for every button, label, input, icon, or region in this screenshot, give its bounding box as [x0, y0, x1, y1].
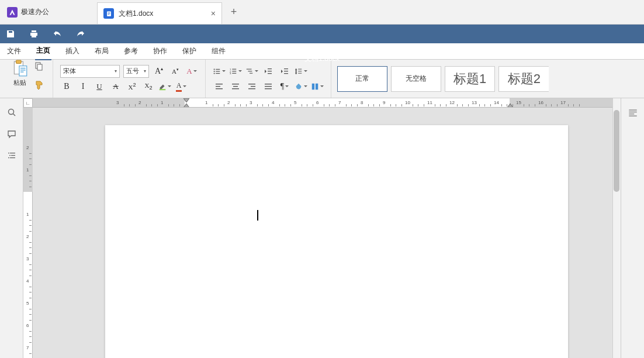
format-painter-button[interactable] [33, 78, 46, 91]
svg-rect-34 [298, 68, 302, 69]
svg-rect-45 [248, 88, 255, 89]
undo-button[interactable] [53, 29, 62, 39]
svg-rect-47 [265, 86, 272, 87]
horizontal-ruler[interactable]: 3211234567891011121314151617 [33, 98, 621, 108]
menu-protect[interactable]: 保护 [181, 43, 198, 60]
svg-rect-56 [11, 155, 15, 156]
svg-rect-26 [248, 71, 252, 71]
subscript-button[interactable]: X2 [142, 80, 155, 93]
vertical-scrollbar[interactable] [612, 98, 621, 358]
svg-rect-48 [265, 88, 272, 89]
tab-title: 文档1.docx [119, 9, 153, 19]
svg-rect-1 [108, 12, 110, 13]
increase-indent-button[interactable] [278, 65, 291, 78]
highlight-color-button[interactable] [158, 80, 171, 93]
line-spacing-button[interactable] [295, 65, 307, 78]
style-normal[interactable]: 正常 [337, 66, 387, 92]
menu-layout[interactable]: 布局 [94, 43, 110, 60]
document-tab[interactable]: 文档1.docx × [97, 2, 222, 24]
search-icon[interactable] [7, 108, 16, 119]
svg-rect-27 [250, 73, 252, 73]
font-name-select[interactable]: 宋体▾ [60, 65, 120, 78]
document-canvas[interactable]: ∟ 3211234567891011121314151617 211234567… [23, 98, 621, 358]
decrease-size-button[interactable]: A▾ [169, 65, 182, 78]
work-area: ∟ 3211234567891011121314151617 211234567… [0, 98, 644, 358]
page[interactable] [105, 125, 568, 358]
svg-rect-39 [216, 88, 223, 89]
tab-stop-corner[interactable]: ∟ [23, 98, 33, 108]
underline-button[interactable]: U [93, 80, 106, 93]
menu-home[interactable]: 主页 [35, 42, 51, 60]
align-center-button[interactable] [229, 80, 242, 93]
font-group: 宋体▾ 五号▾ A▴ A▾ A B I U A X2 X2 A [53, 60, 206, 98]
app-name: 极速办公 [21, 7, 49, 17]
svg-rect-58 [10, 157, 15, 158]
svg-rect-62 [629, 116, 637, 116]
style-nospacing[interactable]: 无空格 [391, 66, 441, 92]
menu-collab[interactable]: 协作 [152, 43, 168, 60]
svg-rect-2 [108, 13, 110, 13]
svg-rect-7 [20, 68, 26, 68]
redo-button[interactable] [76, 29, 85, 39]
numbering-button[interactable]: 123 [229, 65, 242, 78]
svg-rect-35 [298, 71, 302, 71]
svg-line-52 [13, 114, 15, 116]
svg-rect-43 [248, 84, 255, 84]
svg-rect-41 [233, 86, 238, 87]
svg-rect-18 [216, 73, 220, 73]
close-tab-icon[interactable]: × [211, 9, 216, 18]
shading-button[interactable] [295, 80, 307, 93]
svg-rect-31 [284, 68, 288, 69]
svg-rect-59 [629, 109, 637, 110]
strikethrough-button[interactable]: A [109, 80, 122, 93]
increase-size-button[interactable]: A▴ [153, 65, 165, 78]
paragraph-panel-icon[interactable] [628, 108, 638, 118]
app-logo-icon [7, 7, 18, 18]
multilevel-button[interactable] [245, 65, 258, 78]
bullets-button[interactable] [213, 65, 226, 78]
columns-button[interactable] [311, 80, 324, 93]
style-heading2[interactable]: 标题2 [498, 66, 549, 92]
paste-button[interactable]: 粘贴 [12, 60, 28, 98]
style-gallery: 正常 无空格 标题1 标题2 [337, 66, 549, 92]
hanging-indent-icon[interactable] [183, 103, 189, 108]
change-case-button[interactable]: A [185, 65, 198, 78]
italic-button[interactable]: I [77, 80, 89, 93]
menu-file[interactable]: 文件 [6, 43, 22, 60]
font-color-button[interactable]: A [175, 80, 188, 93]
svg-point-15 [214, 70, 215, 71]
paste-label: 粘贴 [13, 78, 26, 87]
copy-button[interactable] [33, 60, 46, 73]
svg-rect-53 [8, 153, 9, 153]
decrease-indent-button[interactable] [262, 65, 275, 78]
save-button[interactable] [6, 29, 15, 39]
menu-references[interactable]: 参考 [123, 43, 139, 60]
svg-rect-33 [284, 73, 288, 74]
svg-rect-40 [232, 84, 239, 84]
justify-button[interactable] [262, 80, 275, 93]
svg-rect-28 [268, 68, 272, 69]
print-button[interactable] [29, 29, 39, 39]
svg-rect-49 [312, 83, 314, 90]
svg-rect-3 [108, 14, 109, 15]
svg-rect-50 [316, 83, 318, 90]
menu-insert[interactable]: 插入 [64, 43, 81, 60]
align-left-button[interactable] [213, 80, 226, 93]
svg-rect-57 [8, 157, 9, 158]
svg-point-17 [214, 73, 215, 74]
comments-icon[interactable] [7, 129, 16, 140]
first-line-indent-icon[interactable] [183, 98, 189, 103]
superscript-button[interactable]: X2 [126, 80, 139, 93]
vertical-ruler[interactable]: 21123456789 [23, 108, 33, 358]
align-right-button[interactable] [245, 80, 258, 93]
bold-button[interactable]: B [60, 80, 73, 93]
menu-addons[interactable]: 组件 [210, 43, 227, 60]
svg-rect-24 [232, 73, 236, 73]
new-tab-button[interactable]: + [222, 0, 245, 24]
svg-rect-8 [20, 70, 26, 70]
style-heading1[interactable]: 标题1 [445, 66, 495, 92]
show-marks-button[interactable]: ¶ [278, 80, 291, 93]
font-size-select[interactable]: 五号▾ [123, 65, 149, 78]
scrollbar-thumb[interactable] [614, 110, 619, 192]
outline-icon[interactable] [7, 151, 16, 162]
